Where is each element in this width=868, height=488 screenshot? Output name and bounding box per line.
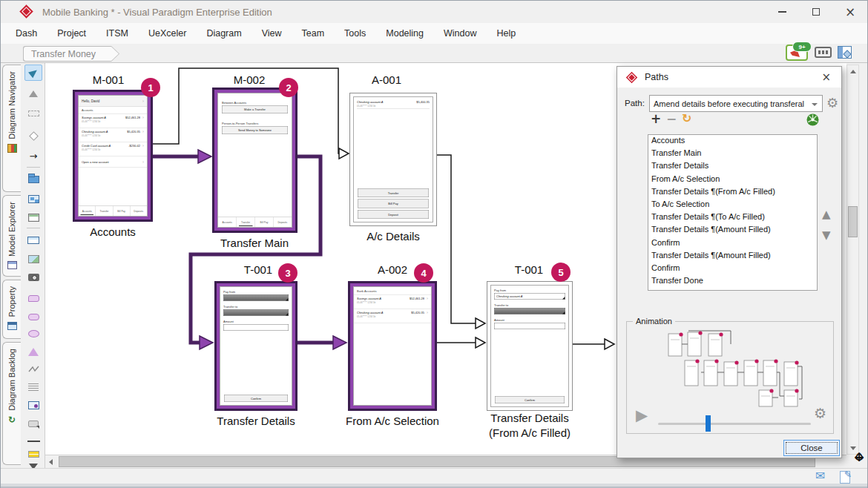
ellipse-shape-icon[interactable] [24,326,42,342]
model-folder-icon[interactable] [24,171,42,188]
step-badge-3: 3 [278,263,297,283]
animation-settings-gear-icon[interactable]: ⚙ [814,406,826,421]
scroll-left-arrow[interactable] [45,456,56,468]
wireframe-transfer-details-filled[interactable]: Pay from Checking account A Transfer to … [487,281,573,411]
close-dialog-button[interactable]: Close [783,440,840,456]
path-step[interactable]: Transfer Main [648,148,817,160]
wireframe-transfer-details[interactable]: Pay from Transfer to Amount Confirm [214,281,297,411]
notes-icon[interactable]: ✎ [840,471,850,484]
amount-input [494,323,565,329]
caption-from-ac-selection: From A/c Selection [341,414,444,429]
menu-bar: Dash Project ITSM UeXceler Diagram View … [1,23,867,44]
menu-item-window[interactable]: Window [444,28,476,39]
label-callout-icon[interactable] [24,415,42,432]
sidebar-tab-diagram-backlog[interactable]: Diagram Backlog ↻ [2,342,21,465]
add-step-button[interactable]: + [651,113,661,125]
move-step-up-icon[interactable]: ▲ [822,209,831,220]
grid-diagram-icon[interactable] [24,209,42,225]
wireframe-from-ac-selection[interactable]: Bank Accounts Savings account A$52,461.2… [348,281,437,411]
application-window: Mobile Banking * - Visual Paradigm Enter… [0,0,868,488]
wireframe-ac-details[interactable]: Checking account A$5,400.35 05-46***** 1… [349,93,437,226]
menu-item-diagram[interactable]: Diagram [206,28,241,39]
path-step[interactable]: From A/c Selection [648,174,817,186]
transfer-to-dropdown [494,308,565,314]
menu-item-dash[interactable]: Dash [16,28,37,39]
text-annotation-icon[interactable] [24,379,42,395]
sub-diagram-icon[interactable] [24,191,42,207]
sidebar-tab-diagram-navigator[interactable]: Diagram Navigator [2,65,21,192]
zigzag-line-icon[interactable] [24,361,42,377]
caption-transfer-details: Transfer Details [211,414,300,429]
path-step[interactable]: Confirm [648,237,817,250]
menu-item-itsm[interactable]: ITSM [106,28,128,39]
vertical-scroll-thumb[interactable] [848,206,858,237]
sweeper-tool-icon[interactable] [24,85,42,102]
magnet-tool-icon[interactable] [24,105,42,122]
wireframe-transfer-main[interactable]: Between Accounts Make a Transfer Person-… [212,88,297,233]
play-button[interactable]: ▶ [636,408,648,423]
move-step-down-icon[interactable]: ▼ [822,230,831,241]
diagram-tab[interactable]: Transfer Money [23,46,119,62]
paths-dialog-titlebar[interactable]: Paths × [617,67,841,88]
menu-item-modeling[interactable]: Modeling [386,28,424,39]
screenshot-icon[interactable] [24,269,42,286]
minimize-button[interactable] [765,1,799,23]
maximize-button[interactable] [799,1,833,23]
menu-item-project[interactable]: Project [57,28,86,39]
dialog-close-icon[interactable]: × [818,70,834,85]
path-step[interactable]: Accounts [648,135,817,148]
menu-item-uexceler[interactable]: UeXceler [148,28,186,39]
path-step[interactable]: Transfer Details ¶(Amount Filled) [648,250,817,263]
menu-item-team[interactable]: Team [302,28,325,39]
sidebar-tab-property[interactable]: Property [2,280,21,339]
path-step[interactable]: Transfer Details [648,160,817,173]
app-logo-icon [19,4,33,18]
bill-pay-button: Bill Pay [358,200,429,208]
vertical-scrollbar[interactable] [846,65,859,455]
path-settings-gear-icon[interactable]: ⚙ [826,96,838,110]
note-panel-icon[interactable] [24,397,42,413]
remove-step-button[interactable]: − [666,113,677,125]
step-badge-4: 4 [414,263,433,283]
refresh-steps-button[interactable]: ↻ [682,113,691,125]
step-badge-5: 5 [551,263,571,282]
books-icon [7,144,17,153]
wireframe-accounts[interactable]: Hello, David› Accounts Savings account A… [73,90,153,222]
triangle-shape-icon[interactable] [24,343,42,360]
caption-ac-details: A/c Details [356,229,430,244]
pointer-tool-icon[interactable] [24,65,42,81]
path-combobox[interactable]: Amend details before executing transfera… [649,95,823,112]
path-steps-list[interactable]: Accounts Transfer Main Transfer Details … [648,134,818,291]
image-shape-icon[interactable] [24,251,42,267]
scroll-up-arrow[interactable] [847,65,858,77]
menu-item-tools[interactable]: Tools [344,28,366,39]
record-path-button[interactable] [806,113,819,129]
path-step[interactable]: To A/c Selection [648,199,817,211]
animation-slider-track[interactable] [658,423,811,425]
sidebar-tab-model-explorer[interactable]: Model Explorer [2,195,21,277]
path-step[interactable]: Transfer Details ¶(To A/c Filled) [648,211,817,224]
message-envelope-icon[interactable]: ✉ [815,470,825,482]
confirm-button: Confirm [224,395,288,402]
phone-tab-bar: Accounts Transfer Bill Pay Deposits [79,205,147,216]
path-step[interactable]: Confirm [648,263,817,275]
rounded-rect-shape-icon[interactable] [24,309,42,325]
menu-item-help[interactable]: Help [496,28,516,39]
close-button[interactable]: × [833,1,867,23]
shape-tool-icon[interactable] [24,128,42,144]
animation-slider-thumb[interactable] [706,415,711,432]
screen-id-a002: A-002 [363,263,422,276]
frame-shape-icon[interactable] [24,232,42,248]
path-step[interactable]: Transfer Details ¶(From A/c Filled) [648,186,817,199]
callout-shape-icon[interactable] [24,290,42,306]
pay-from-dropdown [223,294,289,301]
resource-catalog-icon[interactable] [815,47,832,58]
step-badge-2: 2 [279,78,298,97]
menu-item-view[interactable]: View [262,28,282,39]
connector-tool-icon[interactable]: → [24,148,42,164]
announcements-icon[interactable]: 9+ [786,44,808,61]
layout-panel-icon[interactable] [838,46,852,59]
pan-tool-icon[interactable]: ↔ ↕ [851,449,867,466]
path-step[interactable]: Transfer Done [648,275,817,288]
path-step[interactable]: Transfer Details ¶(Amount Filled) [648,224,817,237]
